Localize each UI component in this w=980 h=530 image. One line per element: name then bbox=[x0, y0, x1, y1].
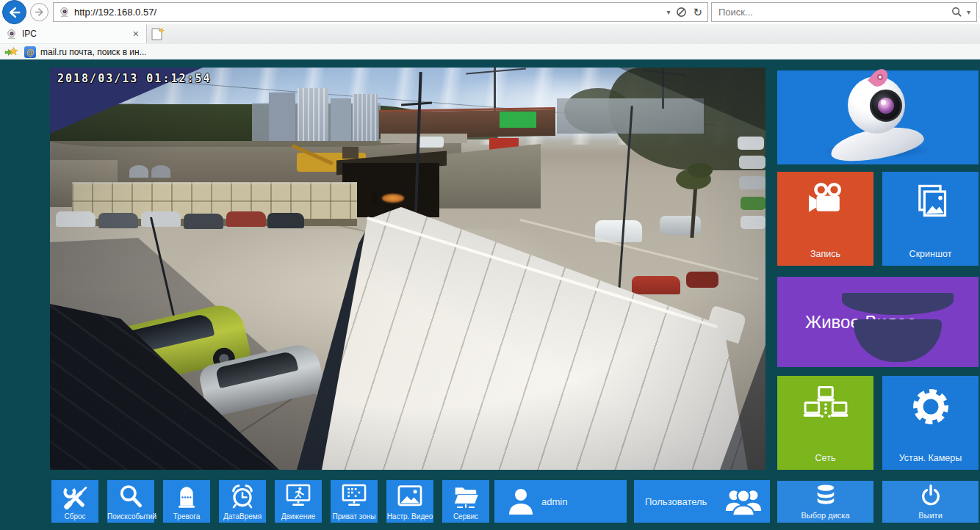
button-service-label: Сервис bbox=[442, 512, 489, 520]
button-motion-label: Движение bbox=[275, 512, 322, 520]
users-group-icon bbox=[724, 485, 763, 520]
search-magnifier-icon bbox=[107, 482, 154, 510]
button-video-settings[interactable]: Настр. Видео bbox=[386, 480, 433, 523]
webcam-pink-accent-dot bbox=[877, 74, 883, 80]
address-bar[interactable]: http://192.168.0.57/ ▾ ↻ bbox=[53, 2, 708, 22]
alarm-clock-icon bbox=[219, 482, 266, 510]
tools-icon bbox=[51, 482, 98, 510]
new-tab-button[interactable] bbox=[151, 27, 165, 41]
button-service[interactable]: Сервис bbox=[442, 480, 489, 523]
button-alarm-label: Тревога bbox=[163, 512, 210, 520]
button-datetime[interactable]: ДатаВремя bbox=[219, 480, 266, 523]
forward-button[interactable] bbox=[30, 3, 48, 21]
live-video-feed: 2018/03/13 01:12:54 bbox=[50, 68, 765, 470]
search-icon[interactable] bbox=[951, 7, 962, 18]
refresh-icon[interactable]: ↻ bbox=[693, 7, 702, 18]
favorites-bar: @ mail.ru почта, поиск в ин... bbox=[0, 44, 980, 61]
tile-record[interactable]: Запись bbox=[777, 172, 873, 266]
webcam-illustration bbox=[777, 70, 979, 164]
webcam-lens-highlight bbox=[881, 100, 886, 105]
url-dropdown-caret-icon[interactable]: ▾ bbox=[666, 8, 670, 16]
tab-close-icon[interactable]: × bbox=[133, 29, 139, 39]
back-button[interactable] bbox=[2, 0, 26, 24]
button-motion[interactable]: Движение bbox=[275, 480, 322, 523]
button-current-user[interactable]: admin bbox=[494, 480, 627, 523]
button-video-settings-label: Настр. Видео bbox=[386, 512, 433, 520]
tile-disk-select[interactable]: Выбор диска bbox=[777, 481, 873, 523]
disk-database-icon bbox=[777, 483, 873, 508]
button-reset-label: Сброс bbox=[51, 512, 98, 520]
button-event-search-label: Поисксобытий bbox=[107, 512, 154, 520]
screenshot-photos-icon bbox=[882, 182, 979, 220]
browser-navbar: http://192.168.0.57/ ▾ ↻ ▾ bbox=[0, 0, 980, 24]
image-icon bbox=[386, 482, 433, 510]
camera-web-app: 2018/03/13 01:12:54 Запись bbox=[0, 59, 980, 530]
tab-ipc[interactable]: IPC × bbox=[0, 24, 147, 43]
tile-webcam-logo[interactable] bbox=[777, 70, 979, 164]
tab-bar: IPC × bbox=[0, 24, 980, 45]
privacy-grid-monitor-icon bbox=[331, 482, 378, 510]
search-dropdown-caret-icon[interactable]: ▾ bbox=[967, 8, 970, 16]
tile-exit[interactable]: Выити bbox=[882, 481, 979, 523]
person-icon bbox=[506, 487, 536, 519]
favorites-star-icon[interactable] bbox=[4, 46, 18, 58]
search-box[interactable]: ▾ bbox=[711, 2, 977, 22]
tile-network-label: Сеть bbox=[777, 453, 873, 463]
tile-record-label: Запись bbox=[777, 249, 873, 259]
favorites-item-mailru[interactable]: mail.ru почта, поиск в ин... bbox=[40, 47, 147, 57]
stop-icon[interactable] bbox=[676, 7, 687, 18]
tile-exit-label: Выити bbox=[882, 511, 979, 520]
tile-screenshot[interactable]: Скриншот bbox=[882, 172, 979, 266]
button-privacy-zones[interactable]: Приват зоны bbox=[331, 480, 378, 523]
current-user-name: admin bbox=[541, 480, 567, 523]
tile-network[interactable]: Сеть bbox=[777, 376, 873, 470]
record-camera-icon bbox=[777, 182, 873, 216]
mailru-icon[interactable]: @ bbox=[24, 46, 36, 58]
tile-live-video[interactable]: Живое Видео bbox=[777, 277, 979, 367]
new-tab-icon bbox=[151, 27, 165, 41]
site-favicon-webcam-icon bbox=[59, 7, 70, 18]
tab-title: IPC bbox=[22, 29, 37, 39]
tab-favicon-webcam-icon bbox=[6, 29, 17, 40]
network-computers-icon bbox=[777, 386, 873, 423]
button-privacy-zones-label: Приват зоны bbox=[331, 512, 378, 520]
back-arrow-icon bbox=[7, 5, 22, 20]
tile-camera-settings-label: Устан. Камеры bbox=[882, 453, 979, 463]
video-lens-vignette bbox=[50, 68, 765, 470]
button-users-label: Пользователь bbox=[645, 480, 707, 523]
gear-icon bbox=[882, 386, 979, 427]
folder-icon bbox=[442, 482, 489, 510]
webcam-lens-glass bbox=[878, 98, 894, 114]
button-alarm[interactable]: Тревога bbox=[163, 480, 210, 523]
url-text[interactable]: http://192.168.0.57/ bbox=[74, 7, 156, 18]
tile-screenshot-label: Скриншот bbox=[882, 249, 979, 259]
button-reset[interactable]: Сброс bbox=[51, 480, 98, 523]
power-icon bbox=[882, 483, 979, 508]
button-event-search[interactable]: Поисксобытий bbox=[107, 480, 154, 523]
tile-disk-select-label: Выбор диска bbox=[777, 511, 873, 520]
address-bar-controls: ▾ ↻ bbox=[666, 7, 707, 18]
motion-monitor-icon bbox=[275, 482, 322, 510]
forward-arrow-icon bbox=[34, 7, 45, 18]
siren-icon bbox=[163, 482, 210, 510]
osd-timestamp: 2018/03/13 01:12:54 bbox=[57, 72, 212, 85]
button-users[interactable]: Пользователь bbox=[634, 480, 770, 523]
tile-camera-settings[interactable]: Устан. Камеры bbox=[882, 376, 979, 470]
search-input[interactable] bbox=[717, 6, 951, 18]
search-controls: ▾ bbox=[951, 7, 976, 18]
button-datetime-label: ДатаВремя bbox=[219, 512, 266, 520]
